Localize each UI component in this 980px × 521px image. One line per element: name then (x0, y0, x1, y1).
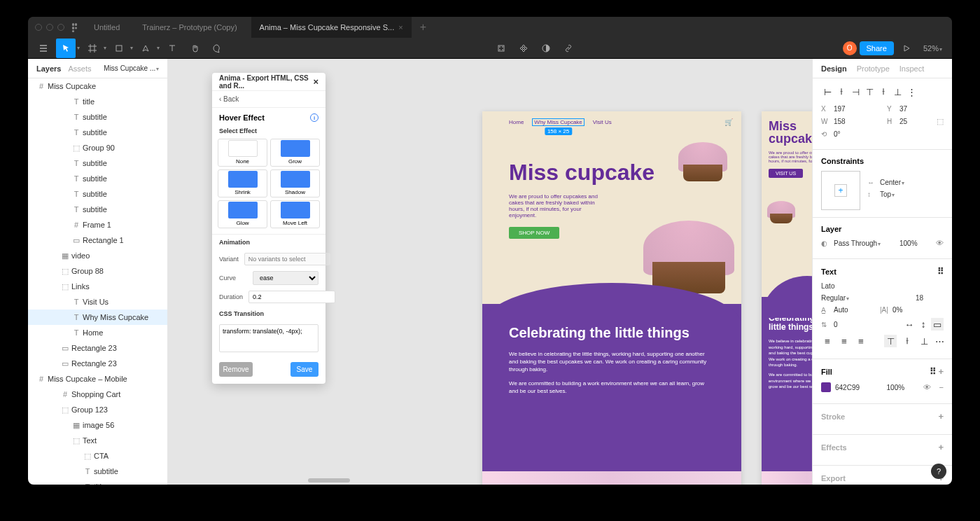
text-align-right-icon[interactable]: ≡ (855, 335, 867, 347)
layer-row[interactable]: Tsubtitle (28, 202, 167, 217)
layer-row[interactable]: Tsubtitle (28, 155, 167, 171)
link-wh-icon[interactable]: ⬚ (937, 117, 944, 126)
align-left-icon[interactable]: ⊢ (821, 85, 834, 98)
curve-select[interactable]: ease (253, 271, 318, 285)
layer-row[interactable]: #Miss Cupcake – Mobile (28, 371, 167, 387)
frame-desktop[interactable]: Miss Cupcake Home Why Miss Cupcake 158 ×… (482, 111, 741, 485)
figma-menu-icon[interactable] (70, 22, 80, 32)
distribute-icon[interactable]: ⋮ (905, 85, 918, 98)
css-transition-input[interactable]: transform: translate(0, -4px); (219, 324, 318, 352)
fixed-size-icon[interactable]: ▭ (931, 318, 944, 331)
align-right-icon[interactable]: ⊣ (849, 85, 862, 98)
chevron-down-icon[interactable]: ▾ (104, 45, 106, 51)
fill-swatch[interactable] (821, 382, 831, 392)
shape-tool-icon[interactable] (109, 39, 129, 58)
chevron-down-icon[interactable]: ▾ (157, 45, 160, 51)
horizontal-scrollbar[interactable] (308, 478, 672, 482)
present-icon[interactable] (897, 39, 916, 58)
nav-why-selected[interactable]: Why Miss Cupcake 158 × 25 (532, 118, 584, 126)
text-align-top-icon[interactable]: ⊤ (884, 335, 897, 347)
layer-row[interactable]: ▭Rectangle 1 (28, 232, 167, 248)
layer-row[interactable]: Tsubtitle (28, 171, 167, 186)
visibility-icon[interactable]: 👁 (936, 239, 944, 247)
h-input[interactable]: 25 (899, 118, 927, 125)
layer-row[interactable]: Ttitle (28, 94, 167, 109)
layer-row[interactable]: #Miss Cupcake (28, 78, 167, 94)
align-vcenter-icon[interactable]: ⫲ (877, 85, 890, 98)
effect-option[interactable]: Grow (270, 139, 320, 167)
layer-row[interactable]: Tsubtitle (28, 109, 167, 125)
x-input[interactable]: 197 (834, 105, 862, 113)
letter-spacing[interactable]: 0% (892, 306, 920, 314)
layer-row[interactable]: #Shopping Cart (28, 387, 167, 402)
layer-row[interactable]: Tsubtitle (28, 186, 167, 202)
remove-button[interactable]: Remove (219, 362, 253, 377)
auto-height-icon[interactable]: ↕ (917, 318, 930, 331)
layer-row[interactable]: ⬚Group 90 (28, 140, 167, 155)
layer-row[interactable]: ⬚CTA (28, 448, 167, 464)
effect-option[interactable]: Move Left (270, 200, 320, 228)
add-fill-icon[interactable]: + (938, 366, 944, 377)
design-tab[interactable]: Design (821, 64, 847, 73)
constraint-h[interactable]: Center ▾ (880, 179, 908, 186)
info-icon[interactable]: i (310, 113, 318, 122)
layer-row[interactable]: ⬚Links (28, 279, 167, 294)
comment-tool-icon[interactable] (207, 39, 227, 58)
tab-untitled[interactable]: Untitled (85, 17, 128, 38)
font-size[interactable]: 18 (916, 294, 944, 302)
layer-row[interactable]: TWhy Miss Cupcake (28, 310, 167, 325)
line-height[interactable]: Auto (834, 306, 862, 314)
layer-row[interactable]: Tsubtitle (28, 125, 167, 140)
close-icon[interactable]: × (398, 23, 402, 32)
boolean-icon[interactable] (536, 39, 556, 58)
variant-input[interactable] (244, 253, 331, 265)
layer-row[interactable]: ⬚Text (28, 433, 167, 448)
share-button[interactable]: Share (860, 41, 894, 55)
back-button[interactable]: ‹ Back (212, 91, 326, 108)
add-effect-icon[interactable]: + (938, 442, 944, 452)
add-stroke-icon[interactable]: + (938, 411, 944, 422)
layer-row[interactable]: Tsubtitle (28, 464, 167, 479)
more-icon[interactable]: ⋯ (935, 336, 944, 347)
text-align-bottom-icon[interactable]: ⊥ (918, 335, 930, 347)
assets-tab[interactable]: Assets (68, 64, 91, 73)
nav-visit[interactable]: Visit Us (593, 119, 612, 125)
layer-row[interactable]: ▦video (28, 248, 167, 263)
tab-trainerz[interactable]: Trainerz – Prototype (Copy) (134, 17, 245, 38)
move-tool-icon[interactable] (56, 39, 76, 58)
prototype-tab[interactable]: Prototype (857, 64, 890, 73)
tab-anima[interactable]: Anima – Miss Cupcake Responsive S...× (251, 17, 412, 38)
align-hcenter-icon[interactable]: ⫲ (835, 85, 848, 98)
layer-row[interactable]: THome (28, 325, 167, 340)
text-align-center-icon[interactable]: ≡ (838, 335, 850, 347)
auto-width-icon[interactable]: ↔ (903, 318, 916, 331)
align-top-icon[interactable]: ⊤ (863, 85, 876, 98)
nav-home[interactable]: Home (509, 119, 524, 125)
visibility-icon[interactable]: 👁 (923, 383, 931, 391)
text-settings-icon[interactable]: ⠿ (937, 266, 944, 277)
link-icon[interactable] (559, 39, 578, 58)
rotation-input[interactable]: 0° (834, 130, 862, 138)
help-button[interactable]: ? (931, 464, 946, 479)
font-weight[interactable]: Regular ▾ (821, 294, 849, 302)
layer-row[interactable]: ▭Rectangle 23 (28, 340, 167, 356)
layer-row[interactable]: TVisit Us (28, 294, 167, 310)
y-input[interactable]: 37 (899, 105, 927, 113)
effect-option[interactable]: None (218, 139, 267, 167)
w-input[interactable]: 158 (834, 118, 862, 125)
opacity-input[interactable]: 100% (899, 239, 927, 247)
chevron-down-icon[interactable]: ▾ (130, 45, 133, 51)
page-selector[interactable]: Miss Cupcake ... ▾ (104, 64, 159, 72)
text-align-left-icon[interactable]: ≡ (821, 335, 834, 347)
fill-style-icon[interactable]: ⠿ (930, 366, 936, 377)
close-icon[interactable]: × (313, 76, 318, 87)
traffic-lights[interactable] (35, 24, 64, 31)
fill-hex[interactable]: 642C99 (835, 384, 863, 391)
layers-tab[interactable]: Layers (36, 64, 61, 73)
layer-row[interactable]: ⬚Group 88 (28, 263, 167, 279)
layer-row[interactable]: ▦image 56 (28, 417, 167, 433)
hamburger-menu-icon[interactable] (34, 39, 53, 58)
text-tool-icon[interactable] (162, 39, 182, 58)
remove-fill-icon[interactable]: − (939, 383, 944, 391)
align-bottom-icon[interactable]: ⊥ (891, 85, 904, 98)
